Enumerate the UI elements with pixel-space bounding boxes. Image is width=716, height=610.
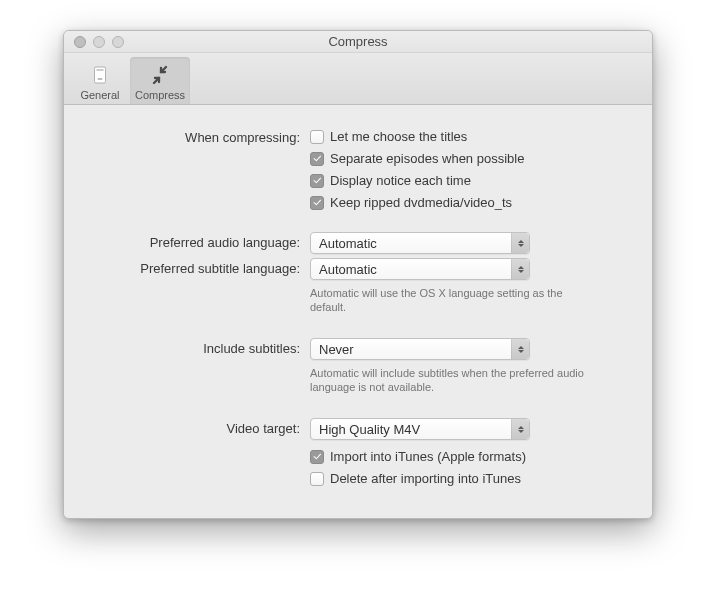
general-icon <box>70 61 130 89</box>
checkbox-label: Let me choose the titles <box>330 127 467 146</box>
minimize-button[interactable] <box>93 36 105 48</box>
checkbox-label: Delete after importing into iTunes <box>330 469 521 488</box>
window-title: Compress <box>64 34 652 49</box>
include-subtitles-select[interactable]: Never <box>310 338 530 360</box>
checkbox-icon <box>310 450 324 464</box>
tab-compress[interactable]: Compress <box>130 57 190 104</box>
when-compressing-label: When compressing: <box>92 127 310 145</box>
checkbox-label: Import into iTunes (Apple formats) <box>330 447 526 466</box>
tab-label: Compress <box>130 89 190 101</box>
checkbox-display-notice[interactable]: Display notice each time <box>310 171 624 190</box>
content-area: When compressing: Let me choose the titl… <box>64 105 652 518</box>
window-controls <box>64 36 124 48</box>
checkbox-label: Keep ripped dvdmedia/video_ts <box>330 193 512 212</box>
checkbox-label: Separate episodes when possible <box>330 149 524 168</box>
updown-icon <box>511 233 529 253</box>
zoom-button[interactable] <box>112 36 124 48</box>
checkbox-icon <box>310 174 324 188</box>
tab-label: General <box>70 89 130 101</box>
subtitle-language-helper: Automatic will use the OS X language set… <box>310 286 600 314</box>
svg-rect-2 <box>98 78 103 80</box>
checkbox-icon <box>310 152 324 166</box>
toolbar: General Compress <box>64 53 652 105</box>
checkbox-choose-titles[interactable]: Let me choose the titles <box>310 127 624 146</box>
titlebar: Compress <box>64 31 652 53</box>
updown-icon <box>511 339 529 359</box>
checkbox-label: Display notice each time <box>330 171 471 190</box>
video-target-select[interactable]: High Quality M4V <box>310 418 530 440</box>
video-target-label: Video target: <box>92 418 310 436</box>
select-value: Automatic <box>311 236 377 251</box>
select-value: Never <box>311 342 354 357</box>
updown-icon <box>511 259 529 279</box>
checkbox-import-itunes[interactable]: Import into iTunes (Apple formats) <box>310 447 624 466</box>
audio-language-label: Preferred audio language: <box>92 232 310 250</box>
checkbox-icon <box>310 130 324 144</box>
checkbox-icon <box>310 196 324 210</box>
checkbox-icon <box>310 472 324 486</box>
include-subtitles-helper: Automatic will include subtitles when th… <box>310 366 600 394</box>
audio-language-select[interactable]: Automatic <box>310 232 530 254</box>
compress-icon <box>130 61 190 89</box>
updown-icon <box>511 419 529 439</box>
preferences-window: Compress General Comp <box>63 30 653 519</box>
svg-rect-1 <box>97 69 104 71</box>
tab-general[interactable]: General <box>70 57 130 104</box>
subtitle-language-label: Preferred subtitle language: <box>92 258 310 276</box>
checkbox-keep-ripped[interactable]: Keep ripped dvdmedia/video_ts <box>310 193 624 212</box>
include-subtitles-label: Include subtitles: <box>92 338 310 356</box>
subtitle-language-select[interactable]: Automatic <box>310 258 530 280</box>
checkbox-delete-after-import[interactable]: Delete after importing into iTunes <box>310 469 624 488</box>
close-button[interactable] <box>74 36 86 48</box>
select-value: High Quality M4V <box>311 422 420 437</box>
checkbox-separate-episodes[interactable]: Separate episodes when possible <box>310 149 624 168</box>
select-value: Automatic <box>311 262 377 277</box>
